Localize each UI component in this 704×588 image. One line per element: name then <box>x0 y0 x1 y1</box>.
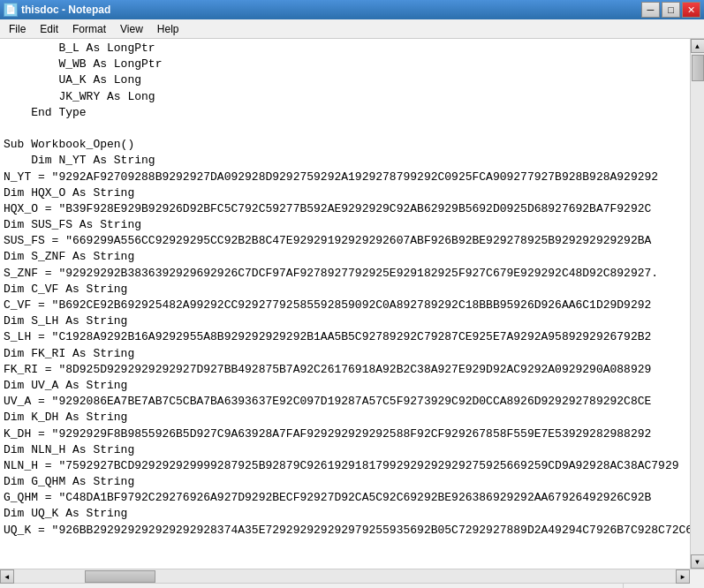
vertical-scrollbar[interactable]: ▲ ▼ <box>690 39 704 569</box>
editor-content[interactable]: B_L As LongPtr W_WB As LongPtr UA_K As L… <box>0 39 690 569</box>
scroll-track-h[interactable] <box>14 569 676 583</box>
scroll-thumb-v[interactable] <box>692 55 704 81</box>
scroll-right-button[interactable]: ► <box>676 569 690 584</box>
scroll-track-v[interactable] <box>691 53 705 554</box>
scroll-left-button[interactable]: ◄ <box>0 569 14 584</box>
menu-help[interactable]: Help <box>150 20 186 38</box>
editor-container: B_L As LongPtr W_WB As LongPtr UA_K As L… <box>0 39 704 569</box>
status-bar: Ln 58, Col 35 <box>0 583 704 588</box>
scroll-thumb-h[interactable] <box>85 570 155 583</box>
scroll-down-button[interactable]: ▼ <box>691 554 705 569</box>
close-button[interactable]: ✕ <box>682 2 700 18</box>
menu-edit[interactable]: Edit <box>33 20 65 38</box>
minimize-button[interactable]: ─ <box>641 2 660 18</box>
title-bar-left: 📄 thisdoc - Notepad <box>4 3 110 17</box>
app-icon: 📄 <box>4 3 18 17</box>
scroll-up-button[interactable]: ▲ <box>691 39 705 53</box>
menu-file[interactable]: File <box>2 20 33 38</box>
cursor-position: Ln 58, Col 35 <box>623 584 700 588</box>
menu-bar: File Edit Format View Help <box>0 19 704 39</box>
window-title: thisdoc - Notepad <box>21 4 110 16</box>
horizontal-scrollbar-container: ◄ ► <box>0 569 704 583</box>
maximize-button[interactable]: □ <box>662 2 680 18</box>
menu-format[interactable]: Format <box>65 20 113 38</box>
title-bar-controls: ─ □ ✕ <box>641 2 700 18</box>
scrollbar-corner <box>690 569 704 584</box>
title-bar: 📄 thisdoc - Notepad ─ □ ✕ <box>0 0 704 19</box>
menu-view[interactable]: View <box>113 20 150 38</box>
